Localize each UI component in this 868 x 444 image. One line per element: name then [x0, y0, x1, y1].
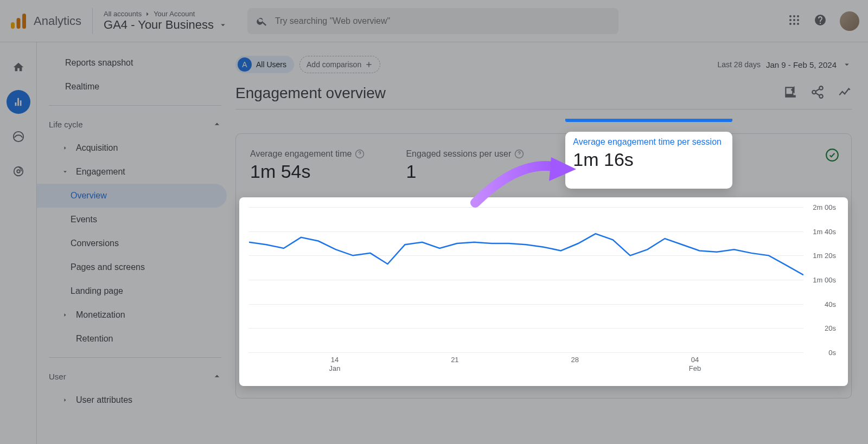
- svg-rect-2: [22, 14, 26, 29]
- rail-home[interactable]: [7, 55, 30, 79]
- svg-rect-1: [17, 18, 21, 29]
- insights-icon[interactable]: [838, 85, 852, 101]
- help-outline-icon[interactable]: [514, 149, 524, 159]
- search-input[interactable]: [275, 16, 610, 26]
- chart-y-tick: 2m 00s: [813, 203, 836, 211]
- chart-y-tick: 1m 00s: [813, 276, 836, 284]
- help-outline-icon[interactable]: [355, 149, 365, 159]
- svg-point-3: [789, 15, 792, 17]
- svg-point-10: [793, 23, 795, 25]
- chevron-right-icon: [144, 10, 151, 18]
- rail-explore[interactable]: [7, 125, 30, 149]
- help-icon[interactable]: [814, 14, 827, 29]
- svg-point-5: [797, 15, 799, 17]
- search-bar[interactable]: [247, 8, 618, 34]
- add-comparison-button[interactable]: Add comparison: [299, 56, 380, 73]
- product-name: Analytics: [34, 14, 81, 28]
- caret-down-icon: [842, 60, 852, 69]
- chart-y-tick: 20s: [825, 324, 836, 332]
- chevron-up-icon: [212, 371, 222, 382]
- sidebar-engagement-landing[interactable]: Landing page: [37, 279, 233, 303]
- sidebar-realtime[interactable]: Realtime: [37, 75, 233, 99]
- kpi-avg-engagement-time-per-session[interactable]: Average engagement time per session 1m 1…: [565, 132, 732, 189]
- segment-chip-all-users[interactable]: AAll Users: [235, 56, 294, 73]
- chart-y-tick: 40s: [825, 300, 836, 308]
- sidebar-engagement[interactable]: Engagement: [37, 160, 233, 184]
- sidebar-reports-snapshot[interactable]: Reports snapshot: [37, 51, 233, 75]
- plus-icon: [365, 60, 373, 69]
- date-range-selector[interactable]: Last 28 days Jan 9 - Feb 5, 2024: [718, 60, 852, 69]
- chart-y-tick: 1m 40s: [813, 227, 836, 235]
- svg-point-4: [793, 15, 795, 17]
- chart-x-tick: 04Feb: [689, 356, 701, 373]
- search-icon: [256, 15, 267, 27]
- sidebar-engagement-pages[interactable]: Pages and screens: [37, 255, 233, 279]
- analytics-logo-icon: [9, 11, 28, 31]
- sidebar-retention[interactable]: Retention: [37, 327, 233, 351]
- svg-point-14: [17, 170, 20, 173]
- sidebar-monetization[interactable]: Monetization: [37, 303, 233, 327]
- engagement-time-chart: 2m 00s1m 40s1m 20s1m 00s40s20s0s 14Jan21…: [239, 197, 848, 386]
- property-name: GA4 - Your Business: [104, 18, 214, 32]
- share-icon[interactable]: [810, 85, 825, 101]
- caret-right-icon: [62, 397, 68, 403]
- customize-report-icon[interactable]: [783, 85, 797, 101]
- status-check-icon: [825, 148, 839, 162]
- sidebar-group-life-cycle[interactable]: Life cycle: [37, 112, 233, 136]
- chart-x-tick: 28: [571, 356, 578, 364]
- account-selector[interactable]: All accounts Your Account GA4 - Your Bus…: [104, 10, 228, 32]
- apps-icon[interactable]: [788, 14, 801, 29]
- sidebar-engagement-events[interactable]: Events: [37, 208, 233, 231]
- svg-point-11: [797, 23, 799, 25]
- svg-rect-0: [11, 22, 15, 29]
- sidebar-engagement-overview[interactable]: Overview: [37, 184, 227, 208]
- sidebar-user-attributes[interactable]: User attributes: [37, 388, 233, 412]
- engagement-overview-card: Average engagement time 1m 54s Engaged s…: [235, 133, 852, 398]
- svg-point-17: [819, 94, 823, 98]
- kpi-avg-engagement-time[interactable]: Average engagement time 1m 54s: [250, 147, 375, 189]
- chart-x-tick: 14Jan: [329, 356, 341, 373]
- svg-point-6: [789, 19, 792, 21]
- svg-point-7: [793, 19, 795, 21]
- sidebar-engagement-conversions[interactable]: Conversions: [37, 231, 233, 255]
- kpi-engaged-sessions-per-user[interactable]: Engaged sessions per user 1: [406, 147, 535, 189]
- breadcrumb-account: Your Account: [154, 10, 195, 18]
- rail-advertising[interactable]: [7, 159, 30, 183]
- breadcrumb-all-accounts: All accounts: [104, 10, 142, 18]
- svg-point-15: [819, 86, 823, 90]
- caret-right-icon: [62, 145, 68, 151]
- chart-x-tick: 21: [451, 356, 458, 364]
- svg-point-8: [797, 19, 799, 21]
- caret-right-icon: [62, 312, 68, 318]
- svg-point-16: [812, 90, 816, 94]
- sidebar-acquisition[interactable]: Acquisition: [37, 136, 233, 160]
- caret-down-icon: [62, 169, 68, 175]
- page-title: Engagement overview: [235, 85, 386, 102]
- avatar[interactable]: [840, 11, 859, 31]
- chevron-up-icon: [212, 119, 222, 130]
- sidebar-group-user[interactable]: User: [37, 364, 233, 388]
- chart-y-tick: 1m 20s: [813, 252, 836, 260]
- caret-down-icon: [218, 20, 228, 30]
- svg-point-9: [789, 23, 792, 25]
- rail-reports[interactable]: [7, 90, 30, 114]
